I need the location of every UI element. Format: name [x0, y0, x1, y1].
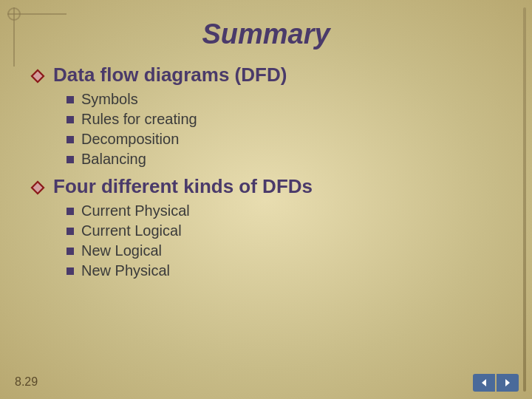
svg-marker-4	[482, 379, 486, 386]
section-kinds-heading: Four different kinds of DFDs	[30, 175, 502, 198]
diamond-icon-kinds	[30, 180, 46, 196]
bullet-icon	[66, 156, 74, 163]
bullet-icon	[66, 116, 74, 123]
svg-marker-5	[505, 379, 510, 386]
slide-number: 8.29	[15, 375, 38, 389]
bullet-text: Decomposition	[81, 131, 179, 148]
section-kinds-list: Current Physical Current Logical New Log…	[30, 202, 502, 279]
list-item: Current Logical	[66, 222, 502, 239]
section-dfd-list: Symbols Rules for creating Decomposition…	[30, 91, 502, 168]
bullet-icon	[66, 96, 74, 103]
bullet-text: New Logical	[81, 242, 162, 259]
section-dfd-heading: Data flow diagrams (DFD)	[30, 64, 502, 86]
prev-icon	[479, 378, 489, 388]
list-item: New Logical	[66, 242, 502, 259]
bullet-text: New Physical	[81, 262, 170, 279]
list-item: Current Physical	[66, 202, 502, 219]
next-button[interactable]	[497, 374, 519, 392]
bullet-text: Rules for creating	[81, 111, 197, 128]
bullet-text: Balancing	[81, 151, 146, 168]
corner-line-top	[7, 13, 66, 15]
prev-button[interactable]	[473, 374, 495, 392]
list-item: Symbols	[66, 91, 502, 108]
section-dfd-label: Data flow diagrams (DFD)	[53, 64, 287, 86]
bullet-text: Symbols	[81, 91, 138, 108]
border-right-decoration	[523, 7, 526, 392]
list-item: New Physical	[66, 262, 502, 279]
section-kinds-label: Four different kinds of DFDs	[53, 175, 313, 198]
section-dfd: Data flow diagrams (DFD) Symbols Rules f…	[30, 64, 502, 168]
bullet-icon	[66, 136, 74, 143]
bullet-icon	[66, 267, 74, 275]
bullet-icon	[66, 228, 74, 235]
list-item: Balancing	[66, 151, 502, 168]
nav-arrows	[473, 374, 519, 392]
bullet-icon	[66, 248, 74, 255]
section-kinds: Four different kinds of DFDs Current Phy…	[30, 175, 502, 279]
bullet-text: Current Physical	[81, 202, 190, 219]
bullet-icon	[66, 208, 74, 215]
next-icon	[502, 378, 513, 388]
slide-title: Summary	[30, 18, 502, 50]
bullet-text: Current Logical	[81, 222, 182, 239]
diamond-icon-dfd	[30, 68, 46, 84]
list-item: Decomposition	[66, 131, 502, 148]
corner-line-left	[13, 7, 15, 66]
list-item: Rules for creating	[66, 111, 502, 128]
slide: Summary Data flow diagrams (DFD) Symbols…	[0, 0, 532, 399]
